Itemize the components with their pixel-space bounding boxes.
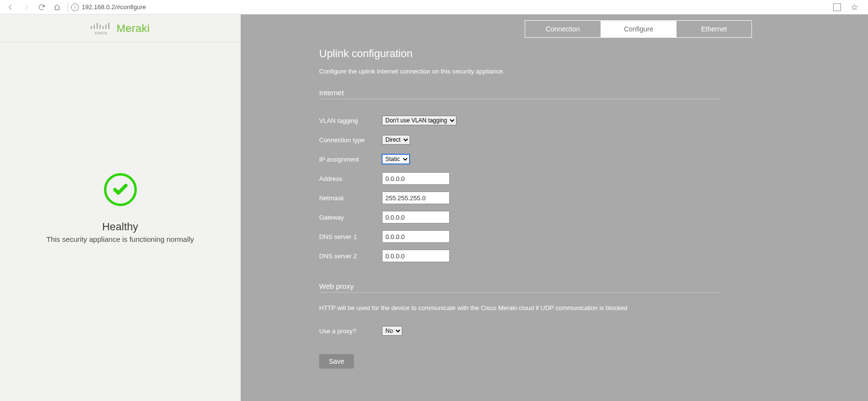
use-proxy-select[interactable]: No xyxy=(382,326,402,336)
favorite-button[interactable]: ☆ xyxy=(847,0,862,14)
back-button[interactable] xyxy=(3,0,18,14)
address-input[interactable] xyxy=(382,172,450,185)
page-title: Uplink configuration xyxy=(319,47,721,60)
address-label: Address xyxy=(319,175,382,182)
webproxy-description: HTTP will be used for the device to comm… xyxy=(319,304,721,312)
dns2-input[interactable] xyxy=(382,250,450,262)
netmask-label: Netmask xyxy=(319,194,382,202)
webproxy-section-heading: Web proxy xyxy=(319,282,721,293)
vlan-tagging-select[interactable]: Don't use VLAN tagging xyxy=(382,116,456,125)
sidebar: cisco Meraki Healthy This security appli… xyxy=(0,15,241,401)
cisco-text: cisco xyxy=(95,30,107,35)
dns2-label: DNS server 2 xyxy=(319,252,382,260)
cisco-bars-icon xyxy=(90,22,112,30)
tab-connection[interactable]: Connection xyxy=(525,21,601,37)
dns1-label: DNS server 1 xyxy=(319,233,382,240)
connection-type-label: Connection type xyxy=(319,136,382,144)
site-info-icon[interactable]: i xyxy=(71,3,79,11)
reading-view-icon xyxy=(833,3,841,11)
browser-chrome: i 192.168.0.2/#configure ☆ xyxy=(0,0,868,15)
internet-section-heading: Internet xyxy=(319,89,721,99)
health-subtitle: This security appliance is functioning n… xyxy=(46,235,194,243)
separator xyxy=(68,2,68,12)
star-icon: ☆ xyxy=(851,2,858,13)
logo: cisco Meraki xyxy=(0,15,240,43)
reading-view-button[interactable] xyxy=(829,0,845,14)
gateway-input[interactable] xyxy=(382,211,450,223)
health-check-icon xyxy=(104,173,137,206)
save-button[interactable]: Save xyxy=(319,354,354,369)
use-proxy-label: Use a proxy? xyxy=(319,327,382,335)
tab-ethernet[interactable]: Ethernet xyxy=(676,21,751,37)
dns1-input[interactable] xyxy=(382,230,450,243)
tab-bar: Connection Configure Ethernet xyxy=(525,20,752,38)
home-icon xyxy=(53,3,61,11)
meraki-text: Meraki xyxy=(117,22,150,35)
ip-assignment-select[interactable]: Static xyxy=(382,154,410,164)
tab-configure[interactable]: Configure xyxy=(601,21,676,37)
forward-button[interactable] xyxy=(18,0,34,14)
ip-assignment-label: IP assignment xyxy=(319,156,382,163)
refresh-icon xyxy=(38,3,45,11)
address-bar[interactable]: 192.168.0.2/#configure xyxy=(82,3,829,11)
home-button[interactable] xyxy=(49,0,65,14)
connection-type-select[interactable]: Direct xyxy=(382,135,410,145)
refresh-button[interactable] xyxy=(34,0,49,14)
gateway-label: Gateway xyxy=(319,214,382,221)
health-status: Healthy This security appliance is funct… xyxy=(46,173,194,243)
page-description: Configure the uplink Internet connection… xyxy=(319,68,721,75)
netmask-input[interactable] xyxy=(382,192,450,204)
main-content: Connection Configure Ethernet Uplink con… xyxy=(241,15,868,401)
vlan-tagging-label: VLAN tagging xyxy=(319,117,382,124)
arrow-right-icon xyxy=(22,3,30,11)
arrow-left-icon xyxy=(7,3,15,11)
health-title: Healthy xyxy=(102,221,138,233)
